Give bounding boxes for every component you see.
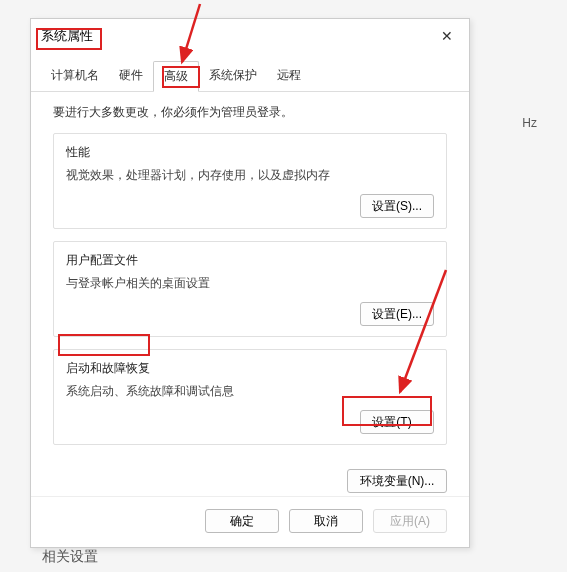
user-profiles-group: 用户配置文件 与登录帐户相关的桌面设置 设置(E)... xyxy=(53,241,447,337)
related-settings-heading: 相关设置 xyxy=(42,548,98,566)
tab-advanced[interactable]: 高级 xyxy=(153,61,199,92)
performance-desc: 视觉效果，处理器计划，内存使用，以及虚拟内存 xyxy=(66,167,434,184)
content-area: 要进行大多数更改，你必须作为管理员登录。 性能 视觉效果，处理器计划，内存使用，… xyxy=(31,92,469,465)
admin-notice: 要进行大多数更改，你必须作为管理员登录。 xyxy=(53,104,447,121)
dialog-footer: 确定 取消 应用(A) xyxy=(31,496,469,533)
user-profiles-desc: 与登录帐户相关的桌面设置 xyxy=(66,275,434,292)
startup-recovery-desc: 系统启动、系统故障和调试信息 xyxy=(66,383,434,400)
tab-system-protection[interactable]: 系统保护 xyxy=(199,61,267,91)
startup-recovery-settings-button[interactable]: 设置(T)... xyxy=(360,410,434,434)
titlebar: 系统属性 ✕ xyxy=(31,19,469,53)
environment-variables-button[interactable]: 环境变量(N)... xyxy=(347,469,447,493)
startup-recovery-group: 启动和故障恢复 系统启动、系统故障和调试信息 设置(T)... xyxy=(53,349,447,445)
ok-button[interactable]: 确定 xyxy=(205,509,279,533)
user-profiles-settings-button[interactable]: 设置(E)... xyxy=(360,302,434,326)
performance-title: 性能 xyxy=(66,144,434,161)
system-properties-dialog: 系统属性 ✕ 计算机名 硬件 高级 系统保护 远程 要进行大多数更改，你必须作为… xyxy=(30,18,470,548)
startup-recovery-title: 启动和故障恢复 xyxy=(66,360,434,377)
tab-remote[interactable]: 远程 xyxy=(267,61,311,91)
performance-group: 性能 视觉效果，处理器计划，内存使用，以及虚拟内存 设置(S)... xyxy=(53,133,447,229)
dialog-title: 系统属性 xyxy=(41,27,93,45)
cancel-button[interactable]: 取消 xyxy=(289,509,363,533)
performance-settings-button[interactable]: 设置(S)... xyxy=(360,194,434,218)
tab-hardware[interactable]: 硬件 xyxy=(109,61,153,91)
close-icon[interactable]: ✕ xyxy=(435,26,459,46)
user-profiles-title: 用户配置文件 xyxy=(66,252,434,269)
tab-strip: 计算机名 硬件 高级 系统保护 远程 xyxy=(31,61,469,92)
apply-button: 应用(A) xyxy=(373,509,447,533)
background-hz-label: Hz xyxy=(522,116,537,130)
tab-computer-name[interactable]: 计算机名 xyxy=(41,61,109,91)
